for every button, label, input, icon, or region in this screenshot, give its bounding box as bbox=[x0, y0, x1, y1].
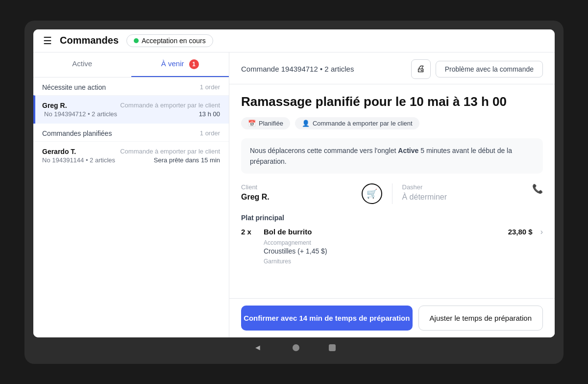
item-qty: 2 x bbox=[241, 228, 256, 236]
problem-button[interactable]: Problème avec la commande bbox=[436, 61, 543, 77]
right-panel: Commande 194394712 • 2 articles 🖨 Problè… bbox=[229, 52, 555, 337]
app-title: Commandes bbox=[60, 35, 119, 46]
tag-pickup: 👤 Commande à emporter par le client bbox=[295, 117, 419, 129]
dasher-block: Dasher À déterminer 📞 bbox=[402, 183, 543, 204]
order-item-greg[interactable]: Greg R. Commande à emporter par le clien… bbox=[33, 95, 229, 124]
info-box: Nous déplacerons cette commande vers l'o… bbox=[241, 138, 543, 174]
top-bar: ☰ Commandes Acceptation en cours bbox=[33, 29, 555, 52]
chevron-right-icon: › bbox=[540, 228, 543, 236]
order-name-gerardo: Gerardo T. bbox=[42, 148, 119, 155]
cart-icon: 🛒 bbox=[362, 183, 382, 204]
status-label: Acceptation en cours bbox=[142, 37, 206, 45]
tabs: Active À venir 1 bbox=[33, 52, 229, 77]
order-type-gerardo: Commande à emporter par le client bbox=[120, 148, 220, 155]
tags-row: 📅 Planifiée 👤 Commande à emporter par le… bbox=[241, 117, 543, 129]
adjust-button[interactable]: Ajuster le temps de préparation bbox=[418, 306, 543, 331]
vertical-divider bbox=[392, 183, 392, 204]
section-needs-action: Nécessite une action 1 order Greg R. Com… bbox=[33, 77, 229, 124]
tag-planned: 📅 Planifiée bbox=[241, 117, 290, 129]
client-label: Client bbox=[241, 183, 270, 191]
confirm-button[interactable]: Confirmer avec 14 min de temps de prépar… bbox=[241, 306, 413, 331]
item-name: Bol de burrito bbox=[264, 228, 500, 236]
order-name-greg: Greg R. bbox=[42, 102, 119, 109]
order-time-greg: 13 h 00 bbox=[120, 110, 220, 118]
garnishes-label: Garnitures bbox=[264, 258, 543, 265]
left-panel: Active À venir 1 Nécessite une action 1 … bbox=[33, 52, 229, 337]
home-nav[interactable] bbox=[293, 344, 299, 351]
phone-icon: 📞 bbox=[532, 183, 543, 194]
section-title-1: Nécessite une action bbox=[42, 83, 106, 91]
main-content: Active À venir 1 Nécessite une action 1 … bbox=[33, 52, 555, 337]
client-info: Client Greg R. bbox=[241, 183, 270, 202]
order-item-gerardo[interactable]: Gerardo T. Commande à emporter par le cl… bbox=[33, 141, 229, 170]
section-title-2: Commandes planifiées bbox=[42, 129, 112, 137]
section-count-2: 1 order bbox=[200, 129, 220, 137]
hamburger-icon[interactable]: ☰ bbox=[43, 35, 52, 47]
status-badge[interactable]: Acceptation en cours bbox=[126, 34, 213, 47]
dasher-label: Dasher bbox=[402, 183, 447, 191]
tab-upcoming[interactable]: À venir 1 bbox=[131, 52, 229, 77]
tab-active[interactable]: Active bbox=[33, 52, 131, 77]
pickup-title: Ramassage planifié pour le 10 mai à 13 h… bbox=[241, 94, 543, 109]
device-nav: ◄ bbox=[33, 337, 555, 355]
right-header: Commande 194394712 • 2 articles 🖨 Problè… bbox=[229, 52, 555, 84]
recents-nav[interactable] bbox=[329, 344, 336, 351]
right-body: Ramassage planifié pour le 10 mai à 13 h… bbox=[229, 84, 555, 298]
item-price: 23,80 $ bbox=[508, 228, 533, 236]
order-number-greg: No 194394712 • 2 articles bbox=[44, 110, 119, 118]
dasher-name: À déterminer bbox=[402, 193, 447, 202]
status-dot-green bbox=[134, 38, 139, 43]
section-header-2: Commandes planifiées 1 order bbox=[33, 124, 229, 141]
print-button[interactable]: 🖨 bbox=[411, 59, 431, 79]
section-planned: Commandes planifiées 1 order Gerardo T. … bbox=[33, 124, 229, 170]
bottom-bar: Confirmer avec 14 min de temps de prépar… bbox=[229, 298, 555, 337]
plat-principal-label: Plat principal bbox=[241, 214, 543, 222]
order-type-greg: Commande à emporter par le client bbox=[120, 102, 220, 109]
back-nav[interactable]: ◄ bbox=[252, 342, 263, 353]
client-name: Greg R. bbox=[241, 193, 270, 202]
order-number-gerardo: No 194391144 • 2 articles bbox=[42, 156, 119, 164]
client-block: Client Greg R. 🛒 bbox=[241, 183, 382, 204]
client-dasher-row: Client Greg R. 🛒 Dasher À déterminer 📞 bbox=[241, 183, 543, 204]
sub-item-label: Accompagnement bbox=[264, 239, 543, 246]
section-count-1: 1 order bbox=[200, 83, 220, 91]
item-row-burrito[interactable]: 2 x Bol de burrito 23,80 $ › bbox=[241, 228, 543, 236]
dasher-info: Dasher À déterminer bbox=[402, 183, 447, 202]
sub-item-value: Croustilles (+ 1,45 $) bbox=[264, 247, 543, 255]
section-header-1: Nécessite une action 1 order bbox=[33, 77, 229, 95]
order-time-gerardo: Sera prête dans 15 min bbox=[120, 156, 220, 164]
person-icon: 👤 bbox=[302, 120, 310, 127]
calendar-icon: 📅 bbox=[248, 120, 256, 127]
order-info-title: Commande 194394712 • 2 articles bbox=[241, 65, 354, 73]
printer-icon: 🖨 bbox=[416, 64, 425, 74]
upcoming-badge: 1 bbox=[189, 59, 199, 69]
